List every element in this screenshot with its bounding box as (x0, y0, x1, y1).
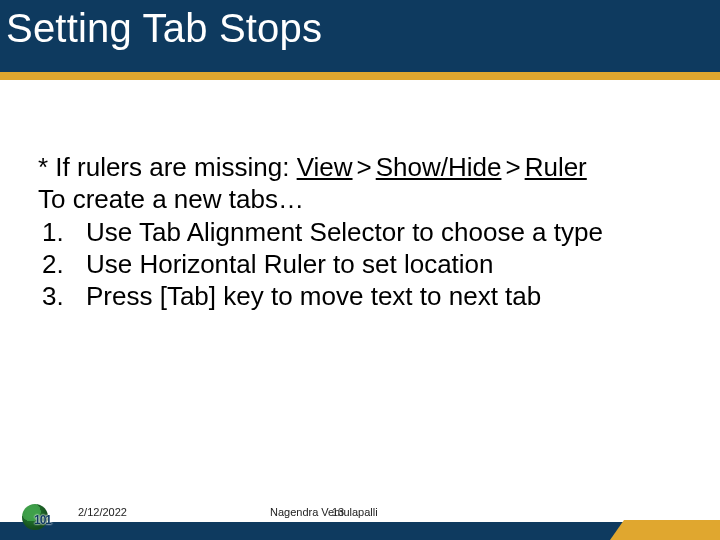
step-number: 2. (38, 249, 86, 281)
step-text: Use Horizontal Ruler to set location (86, 249, 494, 281)
step-number: 3. (38, 281, 86, 313)
step-text: Use Tab Alignment Selector to choose a t… (86, 217, 603, 249)
slide-title: Setting Tab Stops (6, 6, 322, 51)
footer-author: Nagendra Vemulapalli (270, 506, 378, 518)
separator-2: > (501, 152, 524, 182)
menu-ruler: Ruler (525, 152, 587, 182)
footer-date: 2/12/2022 (78, 506, 127, 518)
ruler-note: * If rulers are missing: View>Show/Hide>… (38, 152, 688, 184)
logo: 101 (22, 504, 58, 532)
logo-text: 101 (34, 514, 51, 526)
footer-page-number: 13 (332, 506, 344, 518)
note-prefix: * If rulers are missing: (38, 152, 297, 182)
footer: 2/12/2022 Nagendra Vemulapalli 13 101 (0, 500, 720, 540)
title-bar: Setting Tab Stops (0, 0, 720, 72)
list-item: 3.Press [Tab] key to move text to next t… (38, 281, 688, 313)
step-number: 1. (38, 217, 86, 249)
accent-bar (0, 72, 720, 80)
footer-accent (610, 520, 720, 540)
slide: Setting Tab Stops * If rulers are missin… (0, 0, 720, 540)
intro-line: To create a new tabs… (38, 184, 688, 216)
step-text: Press [Tab] key to move text to next tab (86, 281, 541, 313)
separator-1: > (353, 152, 376, 182)
list-item: 1.Use Tab Alignment Selector to choose a… (38, 217, 688, 249)
steps-list: 1.Use Tab Alignment Selector to choose a… (38, 217, 688, 312)
menu-view: View (297, 152, 353, 182)
list-item: 2.Use Horizontal Ruler to set location (38, 249, 688, 281)
menu-showhide: Show/Hide (376, 152, 502, 182)
body-text: * If rulers are missing: View>Show/Hide>… (38, 152, 688, 313)
